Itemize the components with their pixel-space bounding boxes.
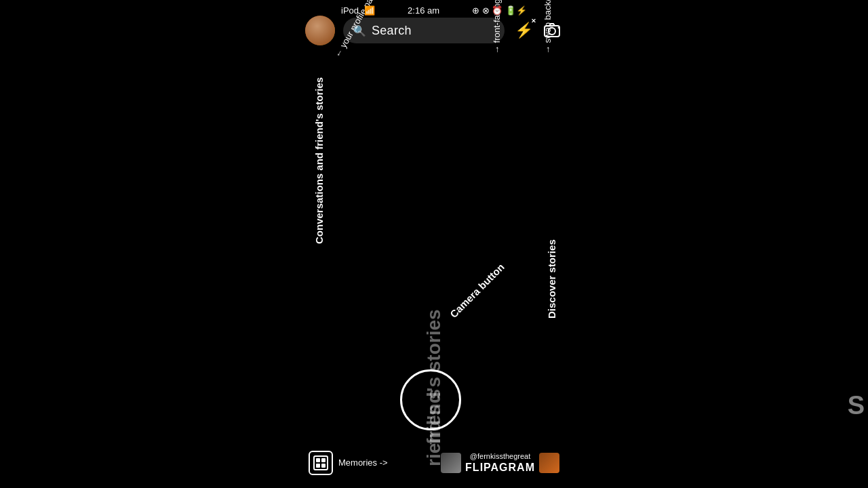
lightning-icon: ⚡	[515, 22, 533, 39]
flipagram-username: @fernkissthegreat	[470, 452, 530, 460]
avatar-image	[305, 16, 335, 45]
hint-discover: Discover stories	[546, 239, 557, 319]
memories-label: Memories ->	[338, 458, 388, 468]
hint-camera-button: Camera button	[448, 261, 507, 320]
flipagram-logo: FLIPAGRAM	[465, 462, 535, 474]
search-bar[interactable]: 🔍 Search	[343, 18, 505, 43]
right-edge-s: S	[848, 391, 865, 420]
search-label: Search	[372, 24, 412, 38]
svg-rect-5	[316, 464, 320, 468]
memories-icon	[309, 451, 333, 475]
camera-shutter-button[interactable]	[400, 369, 461, 430]
svg-rect-4	[321, 458, 326, 462]
flash-toggle-button[interactable]: ⚡ ✕	[513, 20, 534, 41]
svg-rect-3	[316, 458, 320, 462]
svg-rect-2	[314, 456, 328, 470]
flipagram-thumbnail	[441, 453, 461, 473]
flipagram-thumbnail-2	[539, 453, 559, 473]
search-icon: 🔍	[353, 24, 366, 37]
hint-conversations: Conversations and friend's stories	[313, 77, 325, 244]
bottom-bar: Memories -> @fernkissthegreat FLIPAGRAM	[298, 437, 570, 488]
flash-off-icon: ✕	[531, 18, 536, 24]
svg-rect-6	[321, 464, 326, 468]
flipagram-section[interactable]: @fernkissthegreat FLIPAGRAM	[441, 452, 559, 474]
top-icons: ⚡ ✕	[513, 20, 563, 41]
flipagram-info: @fernkissthegreat FLIPAGRAM	[465, 452, 535, 474]
svg-point-1	[549, 28, 555, 35]
top-bar: 🔍 Search ⚡ ✕	[298, 7, 570, 54]
right-edge-text: nera	[864, 25, 868, 65]
memories-button[interactable]: Memories ->	[309, 451, 388, 475]
camera-flip-button[interactable]	[541, 20, 563, 41]
avatar[interactable]	[305, 16, 335, 45]
